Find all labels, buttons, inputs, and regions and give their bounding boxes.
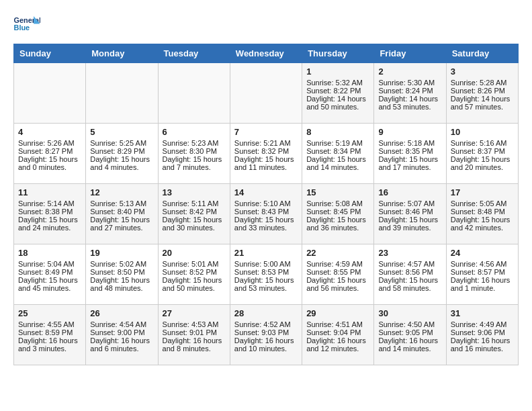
- calendar-cell: 13Sunrise: 5:11 AMSunset: 8:42 PMDayligh…: [158, 184, 230, 244]
- calendar-week-row: 25Sunrise: 4:55 AMSunset: 8:59 PMDayligh…: [14, 305, 519, 365]
- calendar-week-row: 11Sunrise: 5:14 AMSunset: 8:38 PMDayligh…: [14, 184, 519, 244]
- day-info-line: and 36 minutes.: [306, 224, 369, 232]
- calendar-cell: 3Sunrise: 5:28 AMSunset: 8:26 PMDaylight…: [446, 63, 518, 124]
- day-of-week-header: Sunday: [14, 44, 86, 63]
- calendar-cell: 28Sunrise: 4:52 AMSunset: 9:03 PMDayligh…: [230, 305, 302, 365]
- day-info-line: and 57 minutes.: [451, 103, 514, 111]
- day-info-line: Daylight: 15 hours: [234, 155, 298, 163]
- day-of-week-header: Wednesday: [230, 44, 302, 63]
- day-number: 7: [234, 127, 298, 137]
- day-info-line: Daylight: 15 hours: [378, 276, 441, 284]
- day-info-line: Sunset: 8:50 PM: [90, 268, 153, 276]
- day-number: 24: [451, 248, 514, 258]
- day-info-line: Sunrise: 5:26 AM: [18, 139, 81, 147]
- calendar-cell: 6Sunrise: 5:23 AMSunset: 8:30 PMDaylight…: [158, 124, 230, 184]
- day-info-line: and 7 minutes.: [163, 163, 226, 171]
- day-info-line: Daylight: 15 hours: [163, 276, 226, 284]
- day-number: 29: [306, 308, 369, 318]
- day-info-line: and 50 minutes.: [306, 103, 369, 111]
- day-info-line: Daylight: 15 hours: [306, 216, 369, 224]
- day-info-line: Sunrise: 5:08 AM: [306, 199, 369, 208]
- day-of-week-header: Tuesday: [158, 44, 230, 63]
- day-of-week-header: Monday: [86, 44, 158, 63]
- day-info-line: Sunrise: 5:30 AM: [378, 79, 441, 87]
- day-info-line: Sunset: 9:00 PM: [90, 328, 153, 336]
- day-info-line: Sunrise: 5:23 AM: [163, 139, 226, 147]
- calendar-cell: 4Sunrise: 5:26 AMSunset: 8:27 PMDaylight…: [14, 124, 86, 184]
- day-info-line: Sunrise: 4:57 AM: [378, 260, 441, 268]
- calendar-cell: 16Sunrise: 5:07 AMSunset: 8:46 PMDayligh…: [374, 184, 446, 244]
- day-info-line: Sunrise: 5:11 AM: [163, 199, 226, 208]
- day-number: 2: [378, 66, 441, 77]
- day-number: 22: [306, 248, 369, 258]
- svg-text:Blue: Blue: [14, 24, 30, 32]
- day-info-line: Sunset: 8:35 PM: [378, 147, 441, 155]
- day-info-line: Sunrise: 4:53 AM: [163, 320, 226, 328]
- calendar-cell: [230, 63, 302, 124]
- day-info-line: and 16 minutes.: [451, 345, 514, 353]
- calendar-cell: 17Sunrise: 5:05 AMSunset: 8:48 PMDayligh…: [446, 184, 518, 244]
- day-number: 21: [234, 248, 298, 258]
- day-info-line: and 3 minutes.: [18, 345, 81, 353]
- calendar-cell: 24Sunrise: 4:56 AMSunset: 8:57 PMDayligh…: [446, 244, 518, 305]
- calendar-cell: 9Sunrise: 5:18 AMSunset: 8:35 PMDaylight…: [374, 124, 446, 184]
- day-number: 14: [234, 187, 298, 197]
- day-info-line: and 45 minutes.: [18, 284, 81, 292]
- day-info-line: Sunset: 9:03 PM: [234, 328, 298, 336]
- day-info-line: Sunrise: 4:49 AM: [451, 320, 514, 328]
- day-info-line: Daylight: 15 hours: [18, 216, 81, 224]
- day-number: 6: [163, 127, 226, 137]
- day-info-line: Sunrise: 5:18 AM: [378, 139, 441, 147]
- calendar-cell: 1Sunrise: 5:32 AMSunset: 8:22 PMDaylight…: [302, 63, 374, 124]
- day-info-line: Sunrise: 5:04 AM: [18, 260, 81, 268]
- calendar-cell: 11Sunrise: 5:14 AMSunset: 8:38 PMDayligh…: [14, 184, 86, 244]
- day-info-line: Sunrise: 4:59 AM: [306, 260, 369, 268]
- day-info-line: Sunrise: 5:01 AM: [163, 260, 226, 268]
- day-info-line: Daylight: 16 hours: [451, 276, 514, 284]
- day-info-line: Daylight: 16 hours: [306, 336, 369, 345]
- day-number: 16: [378, 187, 441, 197]
- calendar-cell: [14, 63, 86, 124]
- day-number: 11: [18, 187, 81, 197]
- day-info-line: Sunset: 9:04 PM: [306, 328, 369, 336]
- day-info-line: Sunset: 8:26 PM: [451, 87, 514, 95]
- calendar-cell: 25Sunrise: 4:55 AMSunset: 8:59 PMDayligh…: [14, 305, 86, 365]
- day-info-line: and 56 minutes.: [306, 284, 369, 292]
- day-info-line: and 12 minutes.: [306, 345, 369, 353]
- day-info-line: and 42 minutes.: [451, 224, 514, 232]
- calendar-cell: 22Sunrise: 4:59 AMSunset: 8:55 PMDayligh…: [302, 244, 374, 305]
- day-info-line: Daylight: 15 hours: [378, 216, 441, 224]
- day-info-line: and 50 minutes.: [163, 284, 226, 292]
- day-info-line: Daylight: 16 hours: [234, 336, 298, 345]
- day-info-line: Sunset: 8:55 PM: [306, 268, 369, 276]
- day-of-week-header: Saturday: [446, 44, 518, 63]
- calendar-cell: 19Sunrise: 5:02 AMSunset: 8:50 PMDayligh…: [86, 244, 158, 305]
- day-of-week-header: Friday: [374, 44, 446, 63]
- calendar-week-row: 18Sunrise: 5:04 AMSunset: 8:49 PMDayligh…: [14, 244, 519, 305]
- day-info-line: Daylight: 15 hours: [234, 216, 298, 224]
- day-info-line: Daylight: 15 hours: [234, 276, 298, 284]
- day-info-line: Sunset: 8:34 PM: [306, 147, 369, 155]
- calendar-cell: 14Sunrise: 5:10 AMSunset: 8:43 PMDayligh…: [230, 184, 302, 244]
- day-info-line: Daylight: 14 hours: [378, 95, 441, 103]
- day-info-line: Daylight: 16 hours: [451, 336, 514, 345]
- calendar-table: SundayMondayTuesdayWednesdayThursdayFrid…: [13, 44, 519, 365]
- day-info-line: and 14 minutes.: [378, 345, 441, 353]
- day-info-line: Sunrise: 5:05 AM: [451, 199, 514, 208]
- day-info-line: Daylight: 15 hours: [163, 155, 226, 163]
- calendar-cell: 2Sunrise: 5:30 AMSunset: 8:24 PMDaylight…: [374, 63, 446, 124]
- day-number: 28: [234, 308, 298, 318]
- day-info-line: Sunset: 8:59 PM: [18, 328, 81, 336]
- day-number: 12: [90, 187, 153, 197]
- calendar-cell: 15Sunrise: 5:08 AMSunset: 8:45 PMDayligh…: [302, 184, 374, 244]
- day-info-line: and 10 minutes.: [234, 345, 298, 353]
- day-info-line: Sunrise: 4:55 AM: [18, 320, 81, 328]
- day-info-line: Sunset: 8:57 PM: [451, 268, 514, 276]
- day-number: 13: [163, 187, 226, 197]
- day-info-line: Sunset: 8:22 PM: [306, 87, 369, 95]
- day-info-line: and 24 minutes.: [18, 224, 81, 232]
- day-number: 5: [90, 127, 153, 137]
- calendar-cell: 26Sunrise: 4:54 AMSunset: 9:00 PMDayligh…: [86, 305, 158, 365]
- day-info-line: and 27 minutes.: [90, 224, 153, 232]
- day-info-line: Sunrise: 5:28 AM: [451, 79, 514, 87]
